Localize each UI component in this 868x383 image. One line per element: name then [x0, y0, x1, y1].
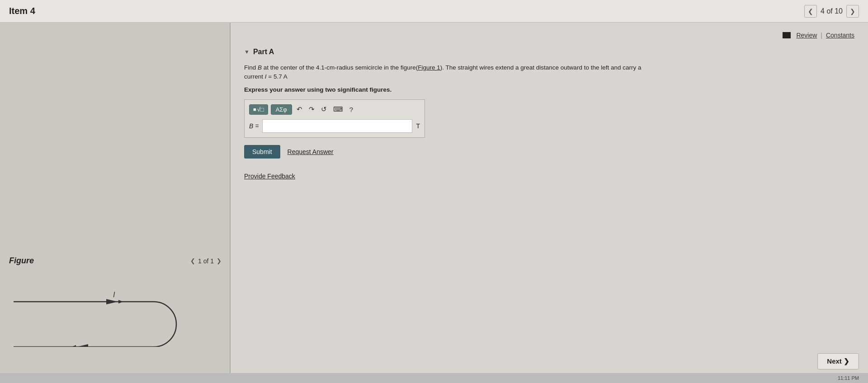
math-input-button[interactable]: ■ √□: [249, 104, 268, 115]
answer-toolbar: ■ √□ ΑΣφ ↶ ↷ ↺ ⌨ ?: [249, 104, 420, 115]
keyboard-button[interactable]: ⌨: [331, 104, 345, 114]
figure-nav: ❮ 1 of 1 ❯: [190, 257, 222, 265]
submit-row: Submit Request Answer: [244, 145, 854, 159]
figure-link[interactable]: Figure 1: [418, 64, 440, 71]
math-icon: ■: [253, 107, 256, 112]
refresh-button[interactable]: ↺: [319, 104, 329, 114]
right-panel: Review | Constants ▼ Part A Find B at th…: [231, 23, 868, 383]
item-title: Item 4: [9, 6, 35, 16]
part-a-section: ▼ Part A Find B at the center of the 4.1…: [244, 48, 854, 159]
figure-svg: I: [9, 275, 217, 347]
part-collapse-button[interactable]: ▼: [244, 49, 250, 55]
help-button[interactable]: ?: [348, 105, 355, 114]
pagination-text: 4 of 10: [821, 7, 843, 15]
pipe-divider: |: [821, 32, 822, 39]
next-button[interactable]: Next ❯: [817, 353, 859, 369]
figure-area: Figure ❮ 1 of 1 ❯: [9, 39, 222, 347]
figure-next-button[interactable]: ❯: [217, 257, 222, 264]
status-bar: 11:11 PM: [0, 373, 868, 383]
input-row: B = T: [249, 119, 420, 133]
figure-prev-button[interactable]: ❮: [190, 257, 195, 264]
question-text: Find B at the center of the 4.1-cm-radiu…: [244, 63, 651, 82]
figure-pagination: 1 of 1: [198, 257, 214, 265]
main-layout: Figure ❮ 1 of 1 ❯: [0, 23, 868, 383]
top-bar: Item 4 ❮ 4 of 10 ❯: [0, 0, 868, 23]
review-link[interactable]: Review: [796, 32, 817, 39]
pagination-area: ❮ 4 of 10 ❯: [804, 5, 859, 18]
sqrt-symbol: √□: [257, 106, 264, 113]
instruction-text: Express your answer using two significan…: [244, 86, 854, 93]
submit-button[interactable]: Submit: [244, 145, 280, 159]
request-answer-link[interactable]: Request Answer: [288, 148, 334, 155]
time-display: 11:11 PM: [838, 375, 859, 381]
undo-button[interactable]: ↶: [295, 104, 304, 114]
constants-link[interactable]: Constants: [826, 32, 854, 39]
redo-button[interactable]: ↷: [307, 104, 316, 114]
part-header: ▼ Part A: [244, 48, 854, 56]
b-label: B =: [249, 122, 259, 130]
svg-text:I: I: [113, 291, 115, 299]
greek-symbols-button[interactable]: ΑΣφ: [271, 104, 292, 115]
review-bar: Review | Constants: [244, 32, 854, 39]
prev-item-button[interactable]: ❮: [804, 5, 817, 18]
left-panel: Figure ❮ 1 of 1 ❯: [0, 23, 231, 383]
figure-label: Figure: [9, 256, 34, 266]
review-icon: [783, 32, 791, 38]
next-item-button[interactable]: ❯: [846, 5, 859, 18]
provide-feedback-link[interactable]: Provide Feedback: [244, 173, 295, 180]
svg-rect-0: [9, 275, 217, 347]
answer-input[interactable]: [262, 119, 412, 133]
answer-box: ■ √□ ΑΣφ ↶ ↷ ↺ ⌨ ? B = T: [244, 99, 425, 138]
part-title: Part A: [253, 48, 274, 56]
unit-label: T: [416, 122, 420, 130]
